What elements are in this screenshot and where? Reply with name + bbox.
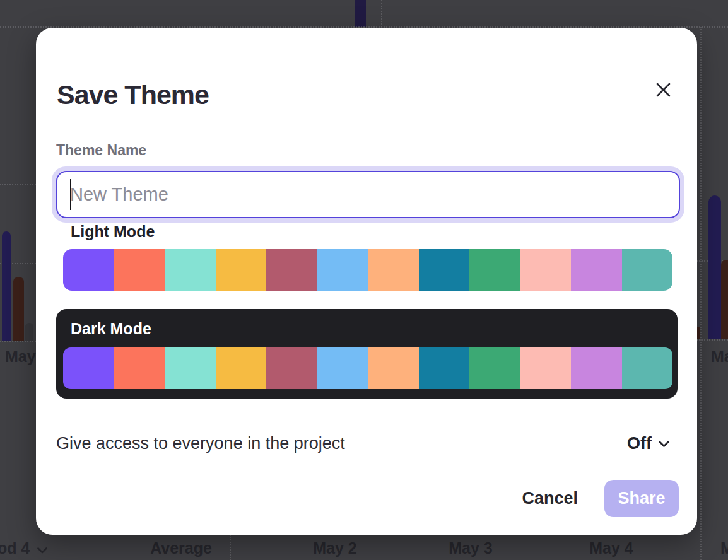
palette-swatch (571, 249, 622, 291)
palette-swatch (317, 347, 368, 389)
palette-swatch (571, 347, 622, 389)
dialog-title: Save Theme (57, 79, 209, 110)
palette-swatch (469, 347, 520, 389)
text-cursor (70, 179, 71, 210)
palette-swatch (63, 347, 114, 389)
theme-name-field-wrapper (52, 166, 684, 223)
gridline (697, 339, 728, 341)
period-label: od 4 (0, 539, 30, 557)
dark-mode-palette (63, 347, 672, 389)
palette-swatch (622, 347, 673, 389)
chevron-down-icon (659, 438, 669, 450)
axis-tick-label: May 3 (449, 539, 492, 557)
access-value: Off (627, 434, 652, 453)
share-button[interactable]: Share (604, 480, 679, 517)
palette-swatch (114, 249, 165, 291)
palette-swatch (114, 347, 165, 389)
gridline (0, 341, 36, 342)
dialog-actions: Cancel Share (522, 479, 679, 517)
palette-swatch (520, 249, 572, 291)
background-bar (721, 260, 728, 339)
axis-tick-label: May 4 (589, 539, 633, 557)
palette-swatch (266, 347, 317, 389)
cancel-button[interactable]: Cancel (522, 489, 578, 508)
gridline (0, 184, 36, 185)
axis-tick-label: May 2 (313, 539, 356, 557)
palette-swatch (520, 347, 572, 389)
palette-swatch (165, 249, 216, 291)
dark-mode-label: Dark Mode (71, 320, 151, 338)
palette-swatch (469, 249, 520, 291)
axis-tick-label: Ma (711, 347, 728, 366)
light-mode-label: Light Mode (71, 223, 155, 241)
palette-swatch (368, 249, 419, 291)
dark-mode-card: Dark Mode (56, 309, 678, 399)
access-row: Give access to everyone in the project O… (56, 429, 669, 457)
access-label: Give access to everyone in the project (56, 434, 345, 453)
palette-swatch (317, 249, 368, 291)
palette-swatch (266, 249, 317, 291)
light-mode-palette (63, 249, 672, 291)
axis-tick-label: M (720, 539, 728, 557)
palette-swatch (419, 347, 470, 389)
palette-swatch (419, 249, 470, 291)
period-dropdown: od 4 (0, 539, 47, 557)
theme-name-input[interactable] (56, 171, 680, 218)
close-icon (655, 82, 671, 100)
background-bar (355, 0, 366, 27)
background-bar (708, 195, 721, 339)
save-theme-dialog: Save Theme Theme Name Light Mode Dark Mo… (36, 28, 697, 535)
palette-swatch (63, 249, 114, 291)
palette-swatch (622, 249, 673, 291)
theme-name-label: Theme Name (56, 142, 146, 159)
background-bar (25, 323, 33, 341)
gridline (381, 0, 382, 27)
gridline (700, 27, 702, 560)
background-bar (13, 277, 24, 341)
access-dropdown[interactable]: Off (627, 434, 669, 453)
gridline (230, 535, 231, 560)
chevron-down-icon (37, 539, 47, 557)
axis-tick-label: May (5, 347, 36, 366)
palette-swatch (216, 249, 267, 291)
axis-tick-label: Average (150, 539, 212, 557)
close-button[interactable] (652, 79, 674, 102)
palette-swatch (216, 347, 267, 389)
background-bar (2, 231, 11, 341)
palette-swatch (368, 347, 419, 389)
palette-swatch (165, 347, 216, 389)
